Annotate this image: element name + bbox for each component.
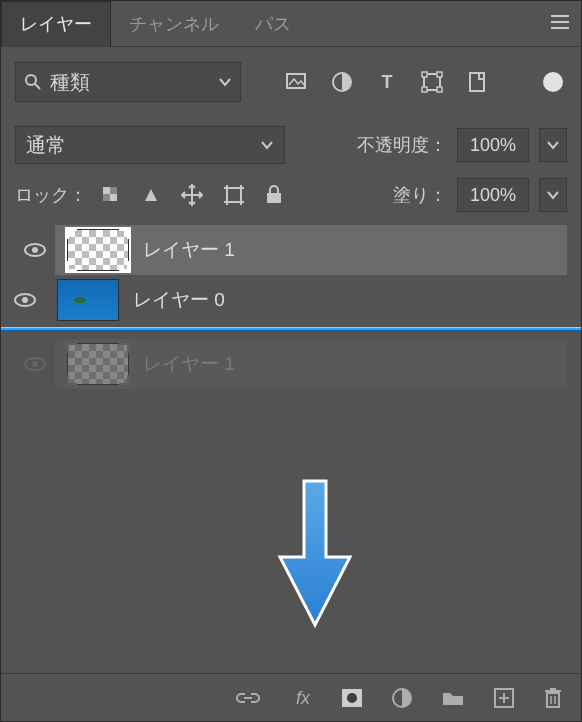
tab-layers[interactable]: レイヤー — [1, 1, 111, 47]
svg-point-36 — [347, 693, 357, 703]
filter-label: 種類 — [50, 69, 212, 96]
fill-label: 塗り： — [393, 183, 447, 207]
filter-row: 種類 T — [15, 57, 567, 107]
lock-position-icon[interactable] — [181, 184, 203, 206]
svg-rect-17 — [103, 194, 110, 201]
svg-rect-9 — [422, 72, 427, 77]
blend-mode-label: 通常 — [26, 132, 260, 159]
svg-rect-13 — [470, 73, 484, 91]
filter-shape-icon[interactable] — [421, 71, 443, 93]
group-icon[interactable] — [441, 689, 465, 707]
lock-artboard-icon[interactable] — [223, 184, 245, 206]
opacity-label: 不透明度： — [357, 133, 447, 157]
svg-rect-14 — [103, 187, 110, 194]
adjustment-layer-icon[interactable] — [391, 687, 413, 709]
svg-line-4 — [35, 84, 40, 89]
layer-name: レイヤー 1 — [143, 351, 235, 377]
chevron-down-icon — [218, 77, 232, 87]
svg-point-3 — [26, 75, 36, 85]
drag-arrow-annotation — [276, 479, 354, 629]
lock-transparent-icon[interactable] — [101, 185, 121, 205]
layer-row[interactable]: レイヤー 0 — [1, 275, 581, 325]
filter-smartobject-icon[interactable] — [467, 71, 489, 93]
svg-rect-25 — [267, 193, 281, 203]
svg-point-32 — [32, 361, 38, 367]
opacity-value[interactable]: 100% — [457, 128, 529, 162]
layer-thumbnail[interactable] — [57, 279, 119, 321]
visibility-toggle[interactable] — [21, 242, 49, 258]
svg-point-29 — [22, 297, 28, 303]
filter-type-icon[interactable]: T — [377, 72, 397, 92]
svg-text:fx: fx — [296, 688, 311, 708]
layer-name[interactable]: レイヤー 1 — [143, 237, 235, 263]
layer-row-ghost: レイヤー 1 — [55, 339, 567, 389]
tab-paths[interactable]: パス — [237, 1, 309, 47]
visibility-toggle[interactable] — [21, 356, 49, 372]
svg-rect-11 — [422, 87, 427, 92]
layers-list: レイヤー 1 レイヤー 0 レイヤー 1 — [1, 225, 581, 673]
svg-point-27 — [32, 247, 38, 253]
visibility-toggle[interactable] — [11, 292, 39, 308]
svg-rect-10 — [437, 72, 442, 77]
link-layers-icon[interactable] — [235, 690, 261, 706]
svg-text:T: T — [382, 72, 393, 92]
lock-all-icon[interactable] — [265, 185, 283, 205]
lock-row: ロック： 塗り： 100% — [15, 171, 567, 219]
search-icon — [24, 73, 42, 91]
lock-label: ロック： — [15, 183, 87, 207]
panel-footer: fx — [1, 673, 581, 721]
filter-pixel-icon[interactable] — [285, 72, 307, 92]
lock-image-icon[interactable] — [141, 185, 161, 205]
svg-rect-20 — [227, 188, 241, 202]
svg-point-30 — [74, 297, 86, 303]
filter-type-select[interactable]: 種類 — [15, 62, 241, 102]
svg-rect-15 — [110, 194, 117, 201]
layer-mask-icon[interactable] — [341, 688, 363, 708]
drop-indicator — [1, 327, 581, 331]
filter-toggle[interactable] — [543, 72, 563, 92]
chevron-down-icon — [260, 140, 274, 150]
svg-rect-41 — [547, 693, 559, 707]
delete-layer-icon[interactable] — [543, 687, 563, 709]
opacity-flyout[interactable] — [539, 128, 567, 162]
layer-name[interactable]: レイヤー 0 — [133, 287, 225, 313]
blend-mode-select[interactable]: 通常 — [15, 126, 285, 164]
layer-thumbnail[interactable] — [67, 229, 129, 271]
fill-value[interactable]: 100% — [457, 178, 529, 212]
panel-menu-icon[interactable] — [549, 13, 571, 31]
tab-channels[interactable]: チャンネル — [111, 1, 237, 47]
fill-flyout[interactable] — [539, 178, 567, 212]
blend-row: 通常 不透明度： 100% — [15, 119, 567, 171]
new-layer-icon[interactable] — [493, 687, 515, 709]
svg-rect-16 — [110, 187, 117, 194]
layers-panel: レイヤー チャンネル パス 種類 T — [0, 0, 582, 722]
svg-rect-12 — [437, 87, 442, 92]
panel-tabs: レイヤー チャンネル パス — [1, 1, 581, 47]
layer-style-icon[interactable]: fx — [289, 688, 313, 708]
layer-row[interactable]: レイヤー 1 — [55, 225, 567, 275]
layer-thumbnail — [67, 343, 129, 385]
filter-adjustment-icon[interactable] — [331, 71, 353, 93]
